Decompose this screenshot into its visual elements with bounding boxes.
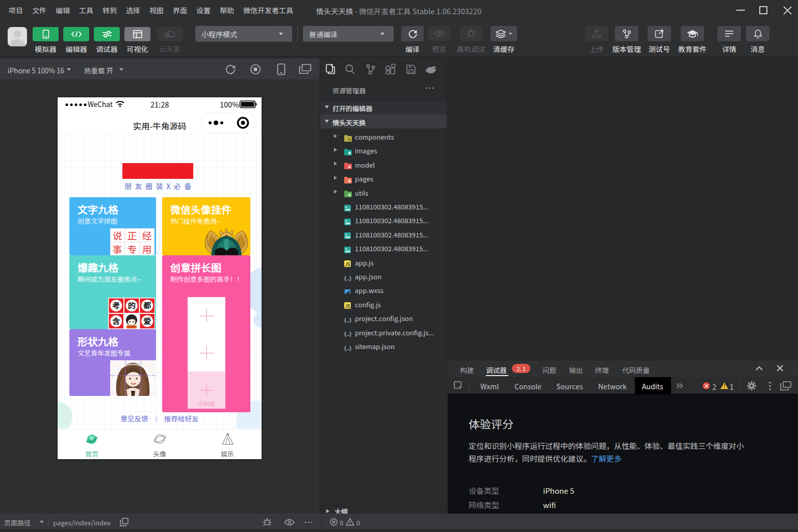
svg-text:WeChat: WeChat <box>88 99 113 109</box>
svg-text:的: 的 <box>127 300 135 310</box>
svg-text:JS: JS <box>345 261 350 267</box>
svg-text:考: 考 <box>112 300 120 310</box>
svg-text:100%: 100% <box>220 99 239 110</box>
svg-text:{..}: {..} <box>344 274 352 282</box>
svg-text:{..}: {..} <box>344 316 352 324</box>
svg-text:JS: JS <box>345 303 350 309</box>
svg-text:都: 都 <box>143 300 151 310</box>
svg-text:含: 含 <box>112 315 120 326</box>
svg-text:{..}: {..} <box>344 344 352 352</box>
svg-text:!: ! <box>724 382 725 390</box>
svg-text:爱: 爱 <box>143 315 151 326</box>
svg-text:21:28: 21:28 <box>150 99 169 110</box>
svg-text:{..}: {..} <box>344 330 352 337</box>
